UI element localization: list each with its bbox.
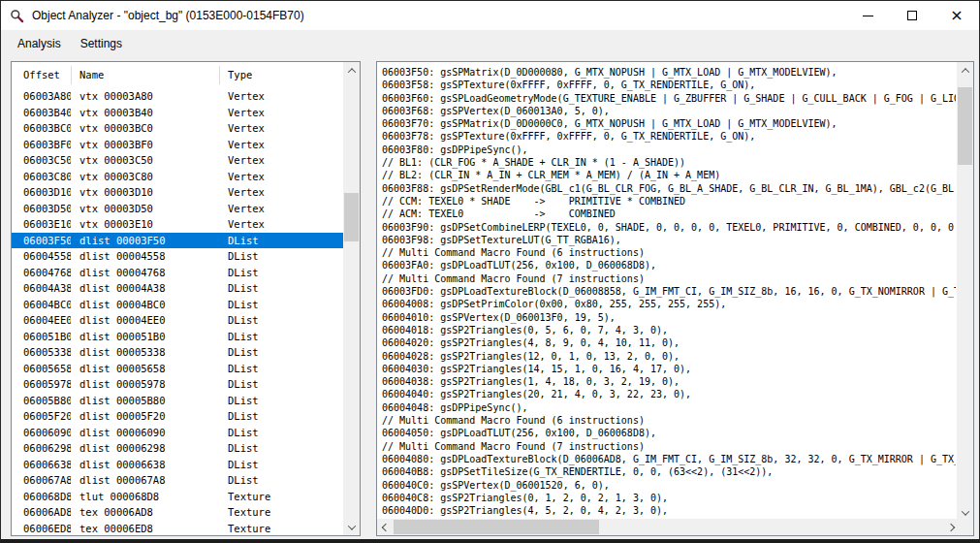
table-row[interactable]: 06005F20dlist_00005F20DList bbox=[12, 408, 343, 425]
scroll-up-button[interactable] bbox=[957, 62, 973, 79]
column-header-name[interactable]: Name bbox=[71, 62, 219, 88]
table-row[interactable]: 06004558dlist_00004558DList bbox=[12, 248, 343, 265]
row-offset: 060051B0 bbox=[12, 331, 71, 342]
table-row[interactable]: 06004A38dlist_00004A38DList bbox=[12, 280, 343, 297]
table-row[interactable]: 06005B80dlist_00005B80DList bbox=[12, 393, 343, 409]
scrollbar-thumb[interactable] bbox=[394, 520, 599, 534]
row-type: Texture bbox=[219, 523, 343, 534]
row-name: tex_00006ED8 bbox=[71, 523, 219, 534]
chevron-up-icon bbox=[347, 68, 355, 76]
close-button[interactable]: × bbox=[934, 1, 979, 30]
row-type: DList bbox=[219, 378, 343, 390]
table-row[interactable]: 06006090dlist_00006090DList bbox=[12, 425, 343, 441]
row-name: vtx_00003D10 bbox=[71, 186, 219, 198]
table-rows: 06003A80vtx_00003A80Vertex06003B40vtx_00… bbox=[12, 88, 343, 535]
row-name: dlist_00006090 bbox=[71, 427, 219, 438]
column-header-offset[interactable]: Offset bbox=[12, 62, 71, 88]
minimize-button[interactable] bbox=[845, 1, 890, 30]
code-horizontal-scrollbar[interactable] bbox=[377, 519, 959, 535]
row-name: dlist_00004A38 bbox=[71, 282, 219, 294]
table-row[interactable]: 06003A80vtx_00003A80Vertex bbox=[12, 88, 343, 105]
row-name: vtx_00003A80 bbox=[71, 90, 219, 102]
row-type: Vertex bbox=[219, 218, 343, 230]
row-type: Vertex bbox=[219, 171, 343, 182]
maximize-icon bbox=[907, 11, 917, 20]
row-type: DList bbox=[219, 299, 343, 310]
code-vertical-scrollbar[interactable] bbox=[957, 62, 973, 521]
menu-analysis[interactable]: Analysis bbox=[8, 30, 71, 56]
row-name: vtx_00003BC0 bbox=[71, 122, 219, 134]
row-name: dlist_00004BC0 bbox=[71, 299, 219, 310]
table-row[interactable]: 06003BC0vtx_00003BC0Vertex bbox=[12, 120, 343, 137]
table-row[interactable]: 06003D10vtx_00003D10Vertex bbox=[12, 184, 343, 201]
menubar: Analysis Settings bbox=[1, 30, 979, 56]
titlebar[interactable]: Object Analyzer - "object_bg" (0153E000-… bbox=[1, 1, 979, 30]
table-row[interactable]: 06003E10vtx_00003E10Vertex bbox=[12, 216, 343, 233]
row-type: DList bbox=[219, 346, 343, 358]
table-row[interactable]: 06004EE0dlist_00004EE0DList bbox=[12, 312, 343, 329]
column-header-type[interactable]: Type bbox=[219, 62, 343, 88]
row-offset: 06003A80 bbox=[12, 90, 71, 102]
row-offset: 06003C50 bbox=[12, 154, 71, 166]
row-offset: 06003D10 bbox=[12, 186, 71, 198]
table-row[interactable]: 06006AD8tex_00006AD8Texture bbox=[12, 504, 343, 521]
row-offset: 06004BC0 bbox=[12, 299, 71, 310]
row-type: DList bbox=[219, 474, 343, 486]
table-row[interactable]: 060067A8dlist_000067A8DList bbox=[12, 472, 343, 489]
table-row[interactable]: 060051B0dlist_000051B0DList bbox=[12, 329, 343, 345]
table-row[interactable]: 06003BF0vtx_00003BF0Vertex bbox=[12, 137, 343, 153]
scrollbar-thumb[interactable] bbox=[958, 87, 972, 165]
row-name: vtx_00003E10 bbox=[71, 218, 219, 230]
row-name: dlist_000051B0 bbox=[71, 331, 219, 342]
row-offset: 06006090 bbox=[12, 427, 71, 438]
table-row[interactable]: 06005978dlist_00005978DList bbox=[12, 376, 343, 393]
row-name: vtx_00003B40 bbox=[71, 107, 219, 118]
table-row[interactable]: 060068D8tlut_000068D8Texture bbox=[12, 489, 343, 505]
table-row[interactable]: 06003C50vtx_00003C50Vertex bbox=[12, 152, 343, 169]
code-viewport[interactable]: 06003F50: gsSPMatrix(D_0D000080, G_MTX_N… bbox=[382, 66, 956, 518]
object-list-vertical-scrollbar[interactable] bbox=[343, 62, 360, 535]
row-offset: 06006ED8 bbox=[12, 523, 71, 534]
scroll-up-button[interactable] bbox=[343, 62, 360, 79]
window-title: Object Analyzer - "object_bg" (0153E000-… bbox=[32, 9, 304, 22]
row-type: Vertex bbox=[219, 122, 343, 134]
row-offset: 06005978 bbox=[12, 378, 71, 390]
row-type: Texture bbox=[219, 491, 343, 502]
row-type: Vertex bbox=[219, 139, 343, 150]
row-name: dlist_00004558 bbox=[71, 250, 219, 262]
table-row[interactable]: 06004BC0dlist_00004BC0DList bbox=[12, 297, 343, 313]
maximize-button[interactable] bbox=[890, 1, 934, 30]
row-name: dlist_00006638 bbox=[71, 459, 219, 470]
row-type: DList bbox=[219, 427, 343, 438]
table-row[interactable]: 06003D50vtx_00003D50Vertex bbox=[12, 201, 343, 217]
table-row[interactable]: 06006ED8tex_00006ED8Texture bbox=[12, 521, 343, 536]
row-offset: 06005F20 bbox=[12, 410, 71, 422]
row-offset: 06003E10 bbox=[12, 218, 71, 230]
row-name: dlist_00004768 bbox=[71, 267, 219, 278]
table-row[interactable]: 06006298dlist_00006298DList bbox=[12, 440, 343, 457]
table-row[interactable]: 06003F50dlist_00003F50DList bbox=[12, 233, 343, 249]
table-row[interactable]: 06003B40vtx_00003B40Vertex bbox=[12, 105, 343, 121]
row-offset: 060068D8 bbox=[12, 491, 71, 502]
table-row[interactable]: 06003C80vtx_00003C80Vertex bbox=[12, 169, 343, 185]
table-row[interactable]: 06005338dlist_00005338DList bbox=[12, 344, 343, 361]
row-offset: 06005658 bbox=[12, 363, 71, 374]
table-row[interactable]: 06006638dlist_00006638DList bbox=[12, 457, 343, 473]
table-row[interactable]: 06005658dlist_00005658DList bbox=[12, 361, 343, 377]
table-row[interactable]: 06004768dlist_00004768DList bbox=[12, 265, 343, 281]
magnifier-app-icon bbox=[10, 9, 24, 23]
menu-settings[interactable]: Settings bbox=[71, 30, 132, 56]
row-type: DList bbox=[219, 395, 343, 406]
code-text: 06003F50: gsSPMatrix(D_0D000080, G_MTX_N… bbox=[382, 66, 956, 517]
object-analyzer-window: Object Analyzer - "object_bg" (0153E000-… bbox=[0, 0, 980, 543]
row-offset: 06006298 bbox=[12, 442, 71, 454]
row-type: DList bbox=[219, 459, 343, 470]
row-name: dlist_00005F20 bbox=[71, 410, 219, 422]
scrollbar-thumb[interactable] bbox=[344, 193, 359, 241]
row-type: DList bbox=[219, 363, 343, 374]
scroll-left-button[interactable] bbox=[377, 519, 394, 535]
row-type: DList bbox=[219, 314, 343, 326]
scroll-down-button[interactable] bbox=[343, 519, 360, 535]
chevron-up-icon bbox=[961, 68, 968, 76]
row-offset: 06003F50 bbox=[12, 235, 71, 246]
